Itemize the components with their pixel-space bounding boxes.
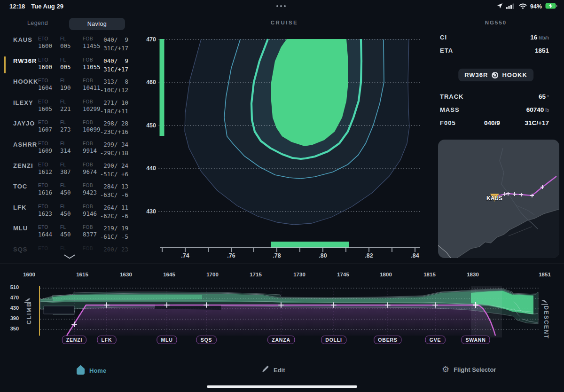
wind-value: 219/ 19 (100, 225, 128, 232)
mass-unit: lb (545, 108, 549, 113)
navlog-row[interactable]: ZENZI ETO 1612 FL 387 FOB 9674 290/ 24 -… (0, 160, 141, 181)
waypoint-chip[interactable]: GVE (425, 336, 446, 344)
navlog-row[interactable]: KAUS ETO 1600 FL 005 FOB 11455 040/ 9 31… (0, 34, 141, 55)
waypoint-chip[interactable]: SWANN (461, 336, 490, 344)
home-indicator[interactable] (207, 385, 357, 388)
fob-value: 8377 (83, 231, 97, 238)
navlog-panel: Legend Navlog KAUS ETO 1600 FL 005 FOB 1… (0, 13, 141, 263)
waypoint-chip[interactable]: SQS (196, 336, 217, 344)
map-coast-corner (438, 245, 451, 258)
profile-chart[interactable]: 1600 1615 1630 1645 1700 1715 1730 1745 … (0, 263, 564, 360)
waypoint-chip[interactable]: ZANZA (267, 336, 295, 344)
eto-value: 1607 (38, 126, 52, 133)
waypoint-name: ILEXY (13, 99, 33, 106)
temp-value: -10C/+12 (100, 86, 128, 94)
fl-label: FL (60, 162, 71, 167)
chevron-down-icon[interactable] (64, 253, 75, 261)
waypoint-chip[interactable]: ZENZI (62, 336, 86, 344)
fob-value: 11055 (83, 63, 101, 71)
waypoint-chip[interactable]: MLU (157, 336, 177, 344)
temp-value: -61C/ -5 (100, 233, 128, 240)
nav-edit[interactable]: Edit (261, 365, 285, 375)
navlog-row[interactable]: HOOKK ETO 1604 FL 190 FOB 10411 313/ 8 -… (0, 76, 141, 97)
mach-tick: .80 (313, 252, 332, 259)
mass-label: MASS (440, 106, 460, 113)
navlog-row[interactable]: RW36R ETO 1600 FL 005 FOB 11055 040/ 9 3… (0, 55, 141, 77)
battery-charging-icon (545, 2, 557, 11)
waypoint-name: RW36R (13, 57, 37, 64)
temp-value: -29C/+18 (100, 149, 128, 157)
fl-label: FL (60, 141, 71, 146)
fl-tick: 460 (142, 78, 156, 86)
fl-label: FL (60, 120, 71, 125)
wind-value: 271/ 10 (100, 99, 128, 106)
eto-label: ETO (38, 141, 52, 146)
airport-label: KAUS (486, 195, 502, 202)
eto-label: ETO (38, 78, 52, 83)
navlog-row[interactable]: MLU ETO 1644 FL 450 FOB 8377 219/ 19 -61… (0, 223, 141, 244)
flight-app: { "status_bar": {"time": "12:18", "date"… (0, 0, 564, 392)
navlog-row[interactable]: ASHRR ETO 1609 FL 314 FOB 9914 299/ 34 -… (0, 139, 141, 160)
fl-value: 450 (60, 231, 71, 238)
wind-value: 298/ 28 (100, 120, 128, 127)
eto-label: ETO (38, 225, 52, 230)
waypoint-chip[interactable]: LFK (97, 336, 117, 344)
bottom-nav: Home Edit ⚙ Flight Selector (0, 360, 564, 392)
multitask-dots-icon[interactable] (276, 5, 286, 7)
fl-value: 221 (60, 105, 71, 112)
navlog-row[interactable]: JAYJO ETO 1607 FL 273 FOB 10099 298/ 28 … (0, 118, 141, 139)
nav-flight-selector-label: Flight Selector (454, 366, 496, 373)
fob-label: FOB (83, 120, 101, 125)
nav-flight-selector[interactable]: ⚙ Flight Selector (442, 365, 496, 374)
fl-tick: 430 (142, 208, 156, 215)
waypoint-chip[interactable]: DOLLI (321, 336, 346, 344)
waypoint-name: JAYJO (13, 120, 35, 127)
eto-value: 1600 (38, 42, 52, 49)
home-icon (76, 365, 85, 376)
navlog-row[interactable]: LFK ETO 1623 FL 450 FOB 9146 264/ 11 -62… (0, 202, 141, 223)
leg-selector-badge[interactable]: RW36R HOOKK (458, 69, 533, 81)
wind-value: 299/ 34 (100, 141, 128, 148)
wind-value: 313/ 8 (100, 78, 128, 85)
waypoint-name: HOOKK (13, 78, 38, 85)
nav-home-label: Home (89, 367, 106, 374)
cycle-arrow-icon (492, 72, 498, 78)
nav-home[interactable]: Home (76, 365, 106, 376)
fl-value: 450 (60, 189, 71, 196)
mach-tick: .84 (406, 252, 424, 259)
eto-label: ETO (38, 36, 52, 41)
wind-value: 290/ 24 (100, 162, 128, 169)
mach-tick: .78 (267, 252, 286, 259)
waypoint-chip[interactable]: OBERS (374, 336, 401, 344)
fob-value: 9674 (83, 168, 97, 175)
tab-legend[interactable]: Legend (27, 20, 48, 26)
tab-navlog[interactable]: Navlog (69, 18, 125, 30)
eto-value: 1600 (38, 63, 52, 71)
fl-label: FL (60, 99, 71, 104)
fob-value: 9423 (83, 189, 97, 196)
fl-tick: 440 (142, 165, 156, 172)
fob-value: 10411 (83, 84, 101, 91)
navlog-row[interactable]: TOC ETO 1616 FL 450 FOB 9423 284/ 13 -63… (0, 181, 141, 202)
fob-value: 9914 (83, 147, 97, 154)
fl-label: FL (60, 36, 71, 41)
fob-label: FOB (83, 57, 101, 63)
date: Tue Aug 29 (31, 3, 63, 10)
waypoint-name: ASHRR (13, 141, 37, 148)
fl-value: 314 (60, 147, 71, 154)
eto-value: 1609 (38, 147, 52, 154)
map-water (457, 209, 559, 258)
cruise-chart[interactable]: CRUISE (141, 13, 428, 263)
fl-optimum-bar (160, 39, 164, 136)
eta-label: ETA (440, 47, 453, 54)
temp-value: -23C/+16 (100, 128, 128, 135)
wind-value: 040/ 9 (103, 57, 128, 64)
mini-map[interactable]: KAUS (438, 140, 559, 258)
clock: 12:18 (9, 3, 25, 10)
waypoint-name: LFK (13, 204, 26, 211)
below-path-region (67, 305, 495, 336)
navlog-row[interactable]: ILEXY ETO 1605 FL 221 FOB 10299 271/ 10 … (0, 97, 141, 118)
f005-temp: 31C/+17 (525, 119, 549, 126)
band-notch (44, 306, 74, 314)
fl-label: FL (60, 78, 71, 83)
